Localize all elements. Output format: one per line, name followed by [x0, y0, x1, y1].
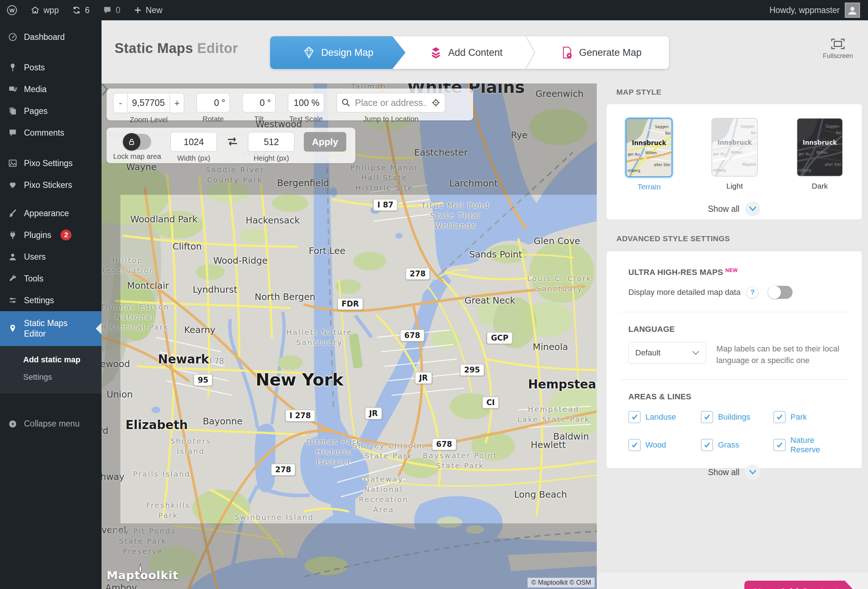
generate-map-icon — [561, 46, 573, 59]
text-scale-input[interactable] — [288, 93, 324, 112]
tab-generate-map[interactable]: Generate Map — [534, 36, 669, 69]
help-icon[interactable]: ? — [746, 286, 759, 298]
checkbox-grass[interactable]: Grass — [701, 435, 774, 455]
text-scale-label: Text Scale — [289, 115, 323, 123]
new-content-menu[interactable]: New — [127, 0, 169, 20]
sidebar-item-comments[interactable]: Comments — [0, 122, 102, 144]
jump-to-location-label: Jump to Location — [363, 115, 418, 123]
sliders-icon — [8, 295, 18, 305]
sidebar-label: Pixo Stickers — [24, 180, 72, 190]
style-option-dark[interactable]: Innsbruck SaggenReiger AuWiltenntlbergal… — [797, 118, 843, 191]
apply-button[interactable]: Apply — [304, 132, 346, 152]
zoom-out-button[interactable]: - — [113, 93, 127, 113]
road-shield: JR — [365, 407, 382, 420]
next-add-content-button[interactable]: Next: Add Content — [744, 581, 845, 589]
tab-add-content[interactable]: Add Content — [398, 36, 533, 69]
add-content-icon — [429, 46, 442, 59]
collapse-menu-button[interactable]: Collapse menu — [0, 413, 102, 435]
user-icon — [8, 252, 18, 261]
sidebar-label: Dashboard — [24, 32, 65, 42]
wrench-icon — [8, 274, 18, 283]
sidebar-item-pixo-stickers[interactable]: Pixo Stickers — [0, 174, 102, 196]
sidebar-item-pages[interactable]: Pages — [0, 100, 102, 122]
checkbox-checked-icon — [628, 439, 641, 451]
fullscreen-button[interactable]: Fullscreen — [818, 38, 858, 60]
width-input[interactable] — [170, 132, 217, 152]
show-all-styles-button[interactable]: Show all — [607, 201, 862, 217]
style-name-terrain: Terrain — [638, 182, 661, 191]
style-option-light[interactable]: Innsbruck SaggenReiger AuWiltenntlbergWi… — [712, 118, 758, 191]
zoom-level-input[interactable] — [127, 93, 170, 112]
zoom-in-button[interactable]: + — [170, 93, 184, 113]
rotate-input[interactable] — [196, 93, 230, 112]
sidebar-item-static-maps-editor[interactable]: Static Maps Editor — [0, 311, 102, 346]
swap-dimensions-icon[interactable] — [226, 136, 239, 146]
road-shield: GCP — [487, 332, 513, 344]
text-scale-group: Text Scale — [288, 93, 324, 123]
heart-icon — [8, 180, 18, 190]
sidebar-item-posts[interactable]: Posts — [0, 56, 102, 78]
zoom-level-group: - + Zoom Level — [113, 93, 184, 124]
search-icon — [341, 98, 351, 107]
chevron-down-icon — [749, 469, 757, 475]
plus-icon — [133, 6, 142, 15]
checkbox-wood[interactable]: Wood — [628, 435, 701, 455]
next-label: Add Content — [779, 587, 838, 589]
language-select[interactable]: Default — [628, 342, 706, 364]
road-shield: I 278 — [285, 409, 316, 422]
location-search-input[interactable] — [354, 97, 428, 108]
sidebar-item-dashboard[interactable]: Dashboard — [0, 26, 102, 48]
light-thumbnail: Innsbruck SaggenReiger AuWiltenntlbergWi… — [712, 118, 758, 177]
road-shield: 278 — [271, 464, 295, 476]
howdy-text[interactable]: Howdy, wppmaster — [769, 6, 840, 15]
comment-icon — [103, 6, 112, 15]
updates-menu[interactable]: 6 — [65, 0, 96, 20]
checkbox-buildings[interactable]: Buildings — [701, 411, 774, 423]
advanced-settings-card: ULTRA HIGH-RES MAPS NEW Display more det… — [606, 251, 862, 469]
checkbox-landuse[interactable]: Landuse — [628, 411, 701, 423]
sidebar-item-settings[interactable]: Settings — [0, 289, 102, 311]
road-shield: 278 — [405, 268, 430, 280]
brush-icon — [8, 208, 18, 218]
tab-design-map[interactable]: Design Map — [270, 36, 405, 69]
thumb-minor-label: alter Stei — [825, 162, 841, 167]
svg-text:W: W — [9, 7, 15, 13]
map-view-controls: - + Zoom Level Rotate Tilt Text Scale — [106, 89, 473, 120]
width-label: Width (px) — [177, 154, 210, 162]
comments-menu[interactable]: 0 — [96, 0, 127, 20]
road-shield: I 87 — [373, 199, 398, 211]
locate-icon[interactable] — [431, 98, 440, 107]
rotate-group: Rotate — [196, 93, 230, 123]
show-all-areas-button[interactable]: Show all — [628, 465, 840, 480]
sidebar-item-media[interactable]: Media — [0, 78, 102, 100]
sidebar-label: Tools — [24, 274, 43, 283]
sidebar-item-tools[interactable]: Tools — [0, 268, 102, 289]
map-canvas[interactable]: White PlainsGreenwichTallman MountainRye… — [102, 83, 597, 589]
sidebar-item-plugins[interactable]: Plugins 2 — [0, 224, 102, 246]
tilt-label: Tilt — [254, 115, 264, 123]
static-maps-submenu: Add static map Settings — [0, 346, 102, 394]
wp-admin-bar: W wpp 6 0 — [0, 0, 868, 20]
avatar[interactable] — [845, 3, 860, 18]
road-shield: 678 — [432, 438, 456, 450]
checkbox-park[interactable]: Park — [774, 411, 846, 423]
tilt-input[interactable] — [242, 93, 276, 112]
checkbox-nature-reserve[interactable]: Nature Reserve — [774, 435, 846, 455]
thumb-minor-label: Saggen — [740, 124, 754, 128]
thumb-minor-label: Saggen — [825, 124, 839, 128]
sidebar-item-appearance[interactable]: Appearance — [0, 202, 102, 224]
submenu-add-static-map[interactable]: Add static map — [23, 351, 102, 369]
checkbox-checked-icon — [774, 411, 786, 423]
sidebar-label: Pixo Settings — [24, 158, 72, 168]
site-link[interactable]: wpp — [24, 0, 65, 20]
style-option-terrain[interactable]: Innsbruck SaggenReiger AuWiltenntlbergal… — [626, 118, 673, 191]
ultra-highres-toggle[interactable] — [768, 286, 793, 299]
height-input[interactable] — [248, 132, 294, 152]
submenu-settings[interactable]: Settings — [23, 369, 102, 386]
map-style-heading: MAP STYLE — [616, 88, 661, 96]
sidebar-item-users[interactable]: Users — [0, 246, 102, 268]
lock-map-area-toggle[interactable] — [123, 134, 151, 150]
thumb-minor-label: Wilten — [645, 151, 657, 155]
wp-logo-menu[interactable]: W — [0, 0, 24, 20]
sidebar-item-pixo-settings[interactable]: Pixo Settings — [0, 152, 102, 174]
